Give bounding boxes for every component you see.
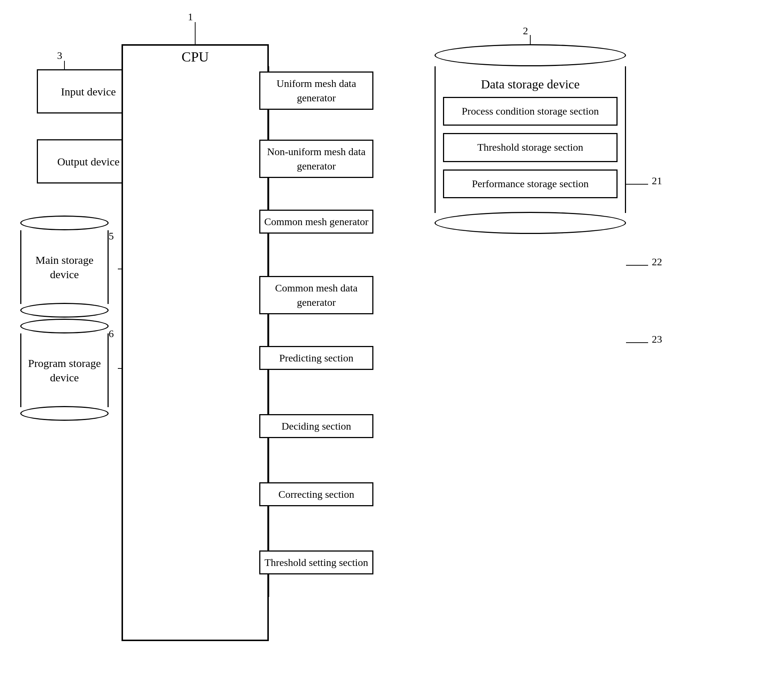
ref-data-storage: 2 (523, 25, 528, 37)
common-mesh-label: Common mesh generator (264, 214, 368, 229)
threshold-storage-label: Threshold storage section (477, 142, 583, 153)
cpu-box: CPU Uniform mesh data generator Non-unif… (121, 44, 269, 641)
main-storage-label: Main storage device (21, 253, 108, 282)
common-mesh-data-label: Common mesh data generator (264, 281, 369, 309)
diagram-container: 1 2 3 4 5 6 11 12 13 14 15 16 17 18 21 2… (0, 0, 784, 682)
process-condition-section: Process condition storage section (443, 97, 617, 126)
non-uniform-mesh-section: Non-uniform mesh data generator (259, 140, 374, 178)
common-mesh-data-section: Common mesh data generator (259, 276, 374, 314)
main-storage-bottom (20, 303, 109, 318)
program-storage-top (20, 319, 109, 333)
program-storage-device: Program storage device (20, 319, 109, 421)
uniform-mesh-section: Uniform mesh data generator (259, 72, 374, 110)
ref-program-storage: 6 (109, 328, 114, 340)
main-storage-body: Main storage device (20, 230, 109, 304)
output-device-label: Output device (57, 155, 119, 169)
input-device-label: Input device (61, 84, 116, 99)
predicting-section: Predicting section (259, 346, 374, 370)
program-storage-label: Program storage device (21, 356, 108, 385)
ref-22: 22 (652, 256, 662, 268)
data-storage-device: Data storage device Process condition st… (434, 44, 626, 234)
threshold-setting-label: Threshold setting section (264, 555, 368, 570)
deciding-label: Deciding section (282, 419, 351, 433)
threshold-storage-section: Threshold storage section (443, 133, 617, 162)
program-storage-bottom (20, 406, 109, 421)
cpu-title: CPU (123, 46, 267, 65)
performance-storage-label: Performance storage section (472, 178, 588, 190)
data-storage-title: Data storage device (443, 70, 617, 97)
program-storage-body: Program storage device (20, 333, 109, 407)
threshold-setting-section: Threshold setting section (259, 550, 374, 574)
correcting-section: Correcting section (259, 482, 374, 506)
data-storage-top (434, 44, 626, 66)
main-storage-device: Main storage device (20, 215, 109, 318)
process-condition-label: Process condition storage section (462, 105, 599, 117)
non-uniform-mesh-label: Non-uniform mesh data generator (264, 145, 369, 173)
predicting-label: Predicting section (279, 351, 353, 365)
ref-cpu: 1 (188, 11, 193, 23)
uniform-mesh-label: Uniform mesh data generator (264, 76, 369, 105)
data-storage-bottom (434, 212, 626, 234)
data-storage-body: Data storage device Process condition st… (434, 66, 626, 213)
ref-21: 21 (652, 175, 662, 187)
performance-storage-section: Performance storage section (443, 169, 617, 198)
ref-23: 23 (652, 333, 662, 345)
correcting-label: Correcting section (278, 487, 354, 502)
common-mesh-section: Common mesh generator (259, 210, 374, 234)
main-storage-top (20, 215, 109, 230)
ref-main-storage: 5 (109, 230, 114, 242)
deciding-section: Deciding section (259, 414, 374, 438)
ref-input: 3 (57, 50, 62, 62)
